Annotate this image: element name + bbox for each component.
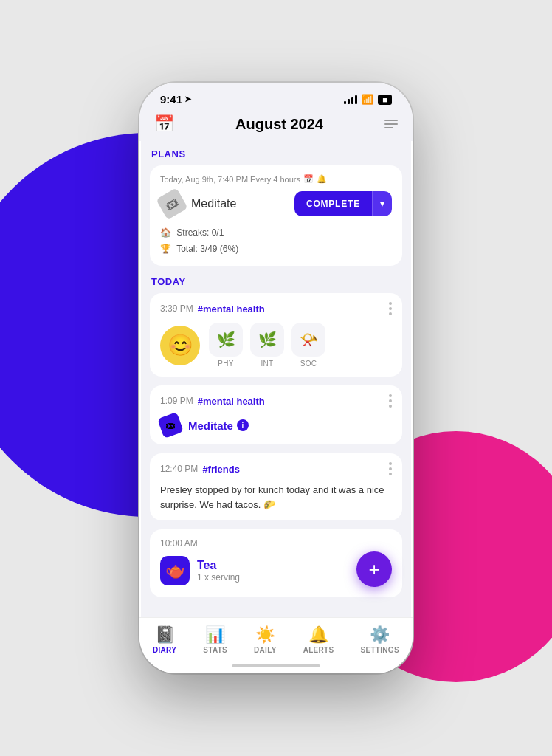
fab-add-button[interactable]: + — [356, 551, 392, 587]
battery-icon: ■ — [378, 94, 392, 105]
diary-icon: 📓 — [155, 625, 175, 645]
phy-label: PHY — [218, 360, 233, 368]
mood-row: 😊 🌿 PHY 🌿 INT 📯 SOC — [160, 323, 392, 368]
meditate-ticket-icon: 🎟 — [157, 412, 184, 439]
phy-icon: 🌿 — [209, 323, 243, 357]
mood-card: 3:39 PM #mental health 😊 🌿 PHY — [150, 293, 402, 377]
status-icons: 📶 ■ — [344, 94, 392, 105]
alerts-label: ALERTS — [303, 646, 334, 654]
daily-label: DAILY — [254, 646, 277, 654]
int-label: INT — [261, 360, 273, 368]
plans-card: Today, Aug 9th, 7:40 PM Every 4 hours 📅 … — [150, 165, 402, 266]
friends-card-tag: #friends — [202, 464, 240, 475]
bottom-nav: 📓 DIARY 📊 STATS ☀️ DAILY 🔔 ALERTS ⚙️ SET… — [139, 617, 413, 659]
meditate-label: Meditate i — [188, 419, 249, 432]
nav-daily[interactable]: ☀️ DAILY — [254, 625, 277, 654]
tea-name: Tea — [197, 559, 240, 572]
nav-stats[interactable]: 📊 STATS — [203, 625, 227, 654]
status-time: 9:41 ➤ — [160, 93, 191, 106]
tea-card: 10:00 AM 🫖 Tea 1 x serving + — [150, 529, 402, 597]
meditate-row: 🎟 Meditate i — [160, 415, 392, 436]
mood-card-header: 3:39 PM #mental health — [160, 302, 392, 315]
settings-icon: ⚙️ — [370, 625, 390, 645]
total-stat: 🏆 Total: 3/49 (6%) — [160, 241, 392, 258]
meditate-card-header: 1:09 PM #mental health — [160, 394, 392, 408]
total-label: Total: 3/49 (6%) — [176, 244, 238, 254]
mood-categories: 🌿 PHY 🌿 INT 📯 SOC — [209, 323, 325, 368]
plans-activity: 🎟 Meditate — [160, 192, 236, 216]
tea-icon: 🫖 — [160, 556, 190, 585]
friends-card-header: 12:40 PM #friends — [160, 462, 392, 475]
alerts-icon: 🔔 — [308, 625, 328, 645]
friends-text: Presley stopped by for kunch today and i… — [160, 483, 392, 512]
meditate-card-time-tag: 1:09 PM #mental health — [160, 396, 265, 407]
streak-icon: 🏠 — [160, 227, 171, 238]
friends-card-time: 12:40 PM — [160, 464, 198, 474]
mood-cat-soc: 📯 SOC — [291, 323, 325, 368]
mood-card-time: 3:39 PM — [160, 303, 193, 314]
mood-face: 😊 — [160, 326, 200, 365]
menu-icon[interactable] — [384, 120, 398, 128]
plans-meta-text: Today, Aug 9th, 7:40 PM Every 4 hours — [160, 175, 300, 184]
mood-cat-phy: 🌿 PHY — [209, 323, 243, 368]
location-arrow-icon: ➤ — [184, 94, 191, 104]
meditate-card-tag: #mental health — [198, 396, 265, 407]
tea-card-header: 10:00 AM — [160, 538, 392, 549]
phone-wrapper: 9:41 ➤ 📶 ■ 📅 August 2024 — [139, 83, 413, 673]
plans-stats: 🏠 Streaks: 0/1 🏆 Total: 3/49 (6%) — [160, 225, 392, 257]
diary-label: DIARY — [153, 646, 176, 654]
info-icon[interactable]: i — [237, 419, 249, 431]
streak-label: Streaks: 0/1 — [176, 227, 224, 238]
soc-label: SOC — [300, 360, 317, 368]
nav-settings[interactable]: ⚙️ SETTINGS — [361, 625, 399, 654]
trophy-icon: 🏆 — [160, 244, 171, 254]
int-icon: 🌿 — [250, 323, 284, 357]
calendar-icon[interactable]: 📅 — [154, 114, 174, 134]
settings-label: SETTINGS — [361, 646, 399, 654]
status-bar: 9:41 ➤ 📶 ■ — [139, 83, 413, 110]
complete-button[interactable]: COMPLETE — [294, 191, 372, 216]
friends-card: 12:40 PM #friends Presley stopped by for… — [150, 453, 402, 520]
complete-button-group[interactable]: COMPLETE ▾ — [294, 191, 392, 216]
meditate-card-time: 1:09 PM — [160, 396, 193, 406]
plans-main-row: 🎟 Meditate COMPLETE ▾ — [160, 191, 392, 216]
plans-section-label: PLANS — [151, 148, 402, 159]
home-bar — [232, 664, 320, 667]
home-indicator — [139, 659, 413, 673]
meditate-card-menu[interactable] — [389, 394, 392, 408]
daily-icon: ☀️ — [255, 625, 275, 645]
time-display: 9:41 — [160, 93, 182, 106]
phone-shell: 9:41 ➤ 📶 ■ 📅 August 2024 — [139, 83, 413, 673]
soc-icon: 📯 — [291, 323, 325, 357]
plans-meta: Today, Aug 9th, 7:40 PM Every 4 hours 📅 … — [160, 174, 392, 184]
mood-card-tag: #mental health — [198, 303, 265, 315]
mood-card-time-tag: 3:39 PM #mental health — [160, 303, 265, 315]
tea-card-time: 10:00 AM — [160, 538, 198, 549]
streak-stat: 🏠 Streaks: 0/1 — [160, 225, 392, 241]
nav-diary[interactable]: 📓 DIARY — [153, 625, 176, 654]
friends-card-time-tag: 12:40 PM #friends — [160, 464, 240, 475]
tea-info: Tea 1 x serving — [197, 559, 240, 583]
header-title: August 2024 — [235, 116, 323, 133]
calendar-small-icon: 📅 — [303, 174, 314, 184]
stats-label: STATS — [203, 646, 227, 654]
today-section-label: TODAY — [151, 276, 402, 287]
mood-cat-int: 🌿 INT — [250, 323, 284, 368]
bell-small-icon: 🔔 — [317, 174, 327, 184]
activity-ticket-icon: 🎟 — [156, 188, 188, 220]
stats-icon: 📊 — [205, 625, 225, 645]
friends-card-menu[interactable] — [389, 462, 392, 475]
nav-alerts[interactable]: 🔔 ALERTS — [303, 625, 334, 654]
wifi-icon: 📶 — [362, 94, 373, 105]
signal-icon — [344, 95, 357, 104]
activity-name: Meditate — [191, 197, 236, 210]
app-header: 📅 August 2024 — [139, 110, 413, 141]
meditate-card: 1:09 PM #mental health 🎟 Meditate — [150, 385, 402, 444]
tea-serving: 1 x serving — [197, 572, 240, 583]
scroll-content[interactable]: PLANS Today, Aug 9th, 7:40 PM Every 4 ho… — [139, 141, 413, 617]
mood-card-menu[interactable] — [389, 302, 392, 315]
complete-dropdown-button[interactable]: ▾ — [372, 191, 392, 216]
